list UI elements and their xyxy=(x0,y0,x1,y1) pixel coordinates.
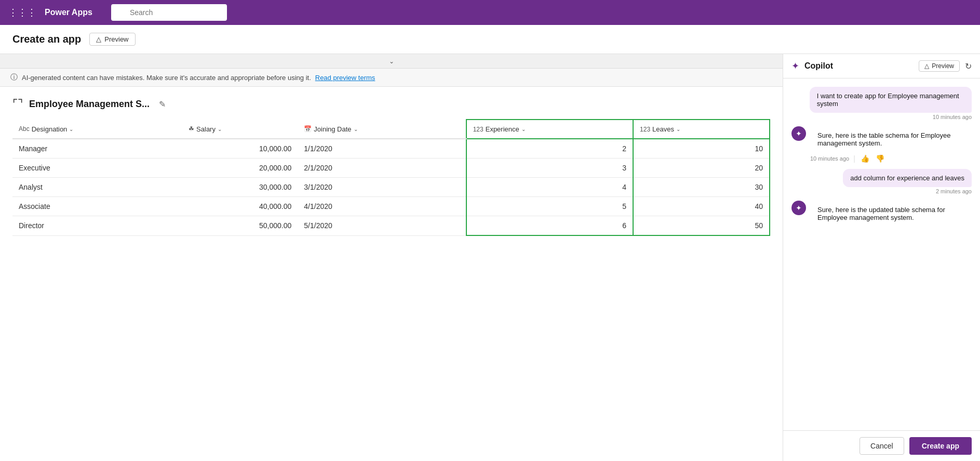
col-label-experience: Experience xyxy=(486,125,519,133)
copilot-footer: Cancel Create app xyxy=(783,430,980,461)
topbar: ⋮⋮⋮ Power Apps 🔍 xyxy=(0,0,980,25)
cell-experience: 5 xyxy=(466,197,633,216)
user-message-wrap: I want to create app for Employee manage… xyxy=(791,87,972,120)
chevron-joining-icon: ⌄ xyxy=(354,126,358,132)
col-label-salary: Salary xyxy=(196,125,216,133)
cell-joining-date: 2/1/2020 xyxy=(298,159,466,178)
ai-banner-link[interactable]: Read preview terms xyxy=(315,74,375,82)
123-experience-icon: 123 xyxy=(473,126,484,133)
cell-experience: 3 xyxy=(466,159,633,178)
copilot-icon: ✦ xyxy=(791,60,799,72)
refresh-icon[interactable]: ↻ xyxy=(965,61,972,71)
table-row: Executive 20,000.00 2/1/2020 3 20 xyxy=(12,159,770,178)
user-message: I want to create app for Employee manage… xyxy=(810,87,972,113)
bot-message: Sure, here is the updated table schema f… xyxy=(810,201,972,227)
cell-leaves: 20 xyxy=(633,159,770,178)
data-table: Abc Designation ⌄ ☘ Salary ⌄ xyxy=(12,119,770,236)
col-label-leaves: Leaves xyxy=(652,125,674,133)
123-leaves-icon: 123 xyxy=(640,126,650,133)
table-row: Associate 40,000.00 4/1/2020 5 40 xyxy=(12,197,770,216)
table-row: Analyst 30,000.00 3/1/2020 4 30 xyxy=(12,178,770,197)
table-header-row: ⌜⌝ Employee Management S... ✎ xyxy=(12,97,770,111)
ai-banner: ⓘ AI-generated content can have mistakes… xyxy=(0,69,783,87)
copilot-preview-icon: △ xyxy=(924,62,929,70)
cell-designation: Associate xyxy=(12,197,182,216)
info-icon: ⓘ xyxy=(10,73,18,82)
cell-designation: Manager xyxy=(12,139,182,159)
cancel-button[interactable]: Cancel xyxy=(860,437,904,455)
preview-button[interactable]: △ Preview xyxy=(89,33,135,46)
chevron-experience-icon: ⌄ xyxy=(521,126,526,132)
message-timestamp: 10 minutes ago xyxy=(933,114,972,120)
bot-avatar: ✦ xyxy=(791,126,806,141)
thumbs-up-button[interactable]: 👍 xyxy=(860,154,870,163)
user-message: add column for experience and leaves xyxy=(843,169,972,187)
cell-designation: Analyst xyxy=(12,178,182,197)
table-icon: ⌜⌝ xyxy=(12,97,23,111)
copilot-panel: ✦ Copilot △ Preview ↻ I want to create a… xyxy=(783,54,980,461)
collapse-handle[interactable]: ⌄ xyxy=(0,54,783,69)
cell-salary: 10,000.00 xyxy=(182,139,298,159)
chevron-down-icon: ⌄ xyxy=(389,58,394,65)
search-input[interactable] xyxy=(111,4,227,21)
edit-title-button[interactable]: ✎ xyxy=(156,98,169,110)
table-row: Director 50,000.00 5/1/2020 6 50 xyxy=(12,216,770,236)
preview-icon: △ xyxy=(96,35,101,43)
col-label-designation: Designation xyxy=(32,125,68,133)
page-title: Create an app xyxy=(12,33,81,45)
cell-joining-date: 3/1/2020 xyxy=(298,178,466,197)
cell-experience: 2 xyxy=(466,139,633,159)
chat-messages: I want to create app for Employee manage… xyxy=(783,78,980,430)
bot-message-actions: 10 minutes ago|👍👎 xyxy=(810,154,972,163)
message-timestamp: 2 minutes ago xyxy=(936,188,972,194)
preview-label: Preview xyxy=(104,35,128,43)
app-title: Power Apps xyxy=(45,8,92,17)
copilot-preview-button[interactable]: △ Preview xyxy=(919,60,960,72)
cell-leaves: 10 xyxy=(633,139,770,159)
user-message-wrap: add column for experience and leaves2 mi… xyxy=(791,169,972,194)
create-app-button[interactable]: Create app xyxy=(909,437,972,455)
thumbs-down-button[interactable]: 👎 xyxy=(875,154,885,163)
bot-message-content: Sure, here is the updated table schema f… xyxy=(810,201,972,227)
left-panel: ⌄ ⓘ AI-generated content can have mistak… xyxy=(0,54,783,461)
copilot-title: Copilot xyxy=(804,61,914,71)
col-header-salary[interactable]: ☘ Salary ⌄ xyxy=(182,120,298,139)
col-header-designation[interactable]: Abc Designation ⌄ xyxy=(12,120,182,139)
bot-message-content: Sure, here is the table schema for Emplo… xyxy=(810,126,972,163)
cell-joining-date: 4/1/2020 xyxy=(298,197,466,216)
cell-experience: 6 xyxy=(466,216,633,236)
table-header: Abc Designation ⌄ ☘ Salary ⌄ xyxy=(12,120,770,139)
main-layout: ⌄ ⓘ AI-generated content can have mistak… xyxy=(0,54,980,461)
search-container: 🔍 xyxy=(111,4,423,21)
cell-leaves: 30 xyxy=(633,178,770,197)
table-area: ⌜⌝ Employee Management S... ✎ Abc Design… xyxy=(0,87,783,461)
bot-message-row: ✦Sure, here is the table schema for Empl… xyxy=(791,126,972,163)
col-header-leaves[interactable]: 123 Leaves ⌄ xyxy=(633,120,770,139)
abc-icon: Abc xyxy=(19,125,30,133)
chevron-designation-icon: ⌄ xyxy=(69,126,73,132)
col-header-experience[interactable]: 123 Experience ⌄ xyxy=(466,120,633,139)
chevron-salary-icon: ⌄ xyxy=(218,126,222,132)
bot-avatar: ✦ xyxy=(791,201,806,215)
cell-joining-date: 5/1/2020 xyxy=(298,216,466,236)
cell-leaves: 40 xyxy=(633,197,770,216)
bot-timestamp: 10 minutes ago xyxy=(810,155,849,162)
bot-message: Sure, here is the table schema for Emplo… xyxy=(810,126,972,152)
col-header-joining-date[interactable]: 📅 Joining Date ⌄ xyxy=(298,120,466,139)
separator: | xyxy=(853,154,855,163)
copilot-preview-label: Preview xyxy=(932,62,954,70)
table-row: Manager 10,000.00 1/1/2020 2 10 xyxy=(12,139,770,159)
table-title: Employee Management S... xyxy=(29,99,150,110)
grid-icon[interactable]: ⋮⋮⋮ xyxy=(8,7,36,18)
cell-salary: 20,000.00 xyxy=(182,159,298,178)
chevron-leaves-icon: ⌄ xyxy=(676,126,680,132)
copilot-header: ✦ Copilot △ Preview ↻ xyxy=(783,54,980,78)
salary-icon: ☘ xyxy=(189,125,194,133)
ai-banner-message: AI-generated content can have mistakes. … xyxy=(22,74,311,82)
bot-message-row: ✦Sure, here is the updated table schema … xyxy=(791,201,972,227)
calendar-icon: 📅 xyxy=(304,125,312,133)
cell-experience: 4 xyxy=(466,178,633,197)
cell-joining-date: 1/1/2020 xyxy=(298,139,466,159)
col-label-joining-date: Joining Date xyxy=(314,125,351,133)
cell-leaves: 50 xyxy=(633,216,770,236)
